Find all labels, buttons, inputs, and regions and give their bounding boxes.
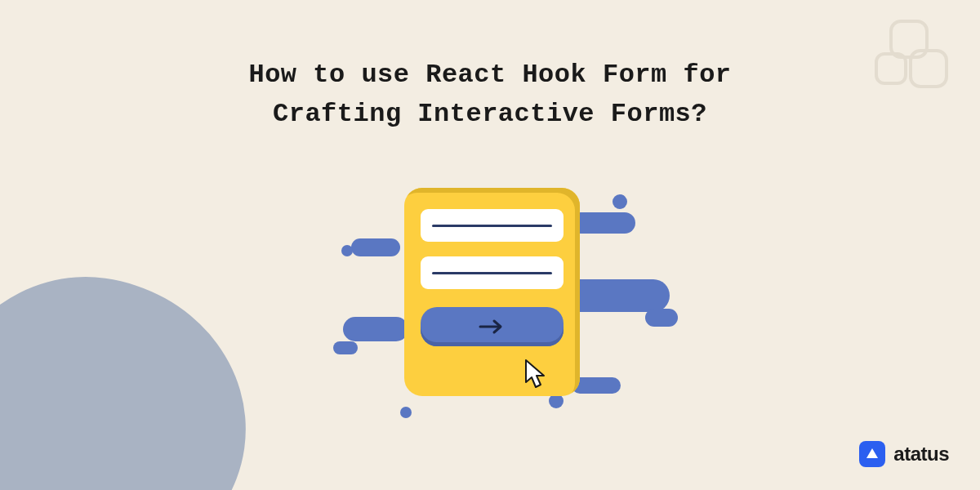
form-input-2	[421, 256, 564, 289]
splash-decoration	[333, 341, 358, 354]
splash-decoration	[341, 245, 353, 256]
form-card	[404, 188, 580, 396]
title-line-2: Crafting Interactive Forms?	[0, 95, 980, 134]
input-line	[432, 272, 552, 274]
page-title: How to use React Hook Form for Crafting …	[0, 0, 980, 134]
form-illustration	[318, 188, 662, 449]
brand-icon	[859, 441, 885, 467]
brand-name: atatus	[893, 443, 949, 466]
splash-decoration	[343, 317, 408, 341]
corner-decoration-icon	[870, 16, 960, 110]
splash-decoration	[570, 212, 635, 234]
arrow-right-icon	[479, 318, 506, 335]
splash-decoration	[612, 194, 627, 209]
title-line-1: How to use React Hook Form for	[0, 56, 980, 95]
input-line	[432, 225, 552, 227]
form-input-1	[421, 209, 564, 242]
submit-button	[421, 307, 564, 346]
splash-decoration	[351, 238, 400, 256]
brand-logo: atatus	[859, 441, 949, 467]
blob-decoration	[0, 257, 265, 490]
cursor-icon	[523, 358, 552, 392]
splash-decoration	[400, 407, 412, 418]
splash-decoration	[645, 309, 678, 327]
